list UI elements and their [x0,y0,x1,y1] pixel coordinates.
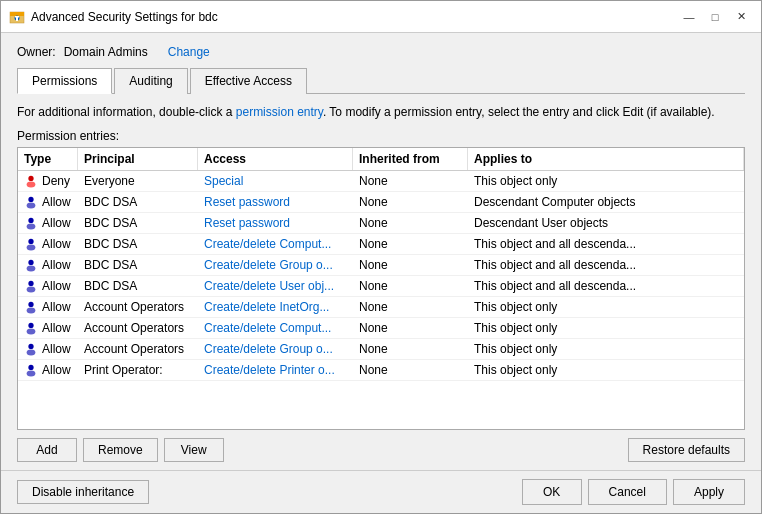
table-body[interactable]: DenyEveryoneSpecialNoneThis object only … [18,171,744,429]
apply-button[interactable]: Apply [673,479,745,505]
table-row[interactable]: AllowBDC DSACreate/delete User obj...Non… [18,276,744,297]
type-text: Allow [42,300,71,314]
cell-applies: This object and all descenda... [468,234,744,254]
cell-applies: Descendant Computer objects [468,192,744,212]
table-row[interactable]: AllowBDC DSAReset passwordNoneDescendant… [18,192,744,213]
info-text: For additional information, double-click… [17,104,745,121]
user-icon [24,237,38,251]
dialog-buttons: OK Cancel Apply [522,479,745,505]
type-text: Allow [42,216,71,230]
user-icon [24,321,38,335]
tab-permissions[interactable]: Permissions [17,68,112,94]
svg-point-13 [28,260,33,265]
cell-inherited: None [353,297,468,317]
tab-effective-access[interactable]: Effective Access [190,68,307,94]
change-owner-link[interactable]: Change [168,45,210,59]
table-row[interactable]: AllowPrint Operator:Create/delete Printe… [18,360,744,381]
col-principal: Principal [78,148,198,170]
cell-principal: Everyone [78,171,198,191]
cell-access: Create/delete Group o... [198,255,353,275]
svg-point-11 [28,239,33,244]
cell-type: Allow [18,192,78,212]
svg-point-18 [27,307,36,313]
svg-point-5 [28,176,33,181]
table-header: Type Principal Access Inherited from App… [18,148,744,171]
user-icon [24,363,38,377]
svg-point-19 [28,323,33,328]
minimize-button[interactable]: — [677,7,701,27]
cell-principal: BDC DSA [78,192,198,212]
type-text: Deny [42,174,70,188]
cell-access: Create/delete Comput... [198,318,353,338]
cell-inherited: None [353,339,468,359]
cell-applies: This object only [468,360,744,380]
table-row[interactable]: AllowAccount OperatorsCreate/delete Inet… [18,297,744,318]
cell-applies: Descendant User objects [468,213,744,233]
user-icon [24,258,38,272]
table-row[interactable]: AllowBDC DSAReset passwordNoneDescendant… [18,213,744,234]
bottom-bar: Disable inheritance OK Cancel Apply [1,470,761,513]
user-icon [24,342,38,356]
table-row[interactable]: AllowBDC DSACreate/delete Group o...None… [18,255,744,276]
cell-access: Create/delete Printer o... [198,360,353,380]
view-button[interactable]: View [164,438,224,462]
svg-point-10 [27,223,36,229]
cancel-button[interactable]: Cancel [588,479,667,505]
ok-button[interactable]: OK [522,479,582,505]
svg-point-22 [27,349,36,355]
svg-point-17 [28,302,33,307]
cell-inherited: None [353,234,468,254]
cell-inherited: None [353,255,468,275]
permission-entry-link[interactable]: permission entry [236,105,323,119]
table-row[interactable]: AllowAccount OperatorsCreate/delete Grou… [18,339,744,360]
svg-point-15 [28,281,33,286]
cell-type: Allow [18,234,78,254]
svg-point-9 [28,218,33,223]
main-content: Owner: Domain Admins Change Permissions … [1,33,761,470]
main-window: Advanced Security Settings for bdc — □ ✕… [0,0,762,514]
cell-access: Create/delete Group o... [198,339,353,359]
table-row[interactable]: DenyEveryoneSpecialNoneThis object only [18,171,744,192]
cell-applies: This object and all descenda... [468,276,744,296]
cell-access: Reset password [198,213,353,233]
svg-point-23 [28,365,33,370]
cell-access: Reset password [198,192,353,212]
restore-defaults-button[interactable]: Restore defaults [628,438,745,462]
type-text: Allow [42,342,71,356]
close-button[interactable]: ✕ [729,7,753,27]
cell-type: Allow [18,339,78,359]
col-type: Type [18,148,78,170]
remove-button[interactable]: Remove [83,438,158,462]
user-icon [24,300,38,314]
cell-inherited: None [353,276,468,296]
svg-rect-1 [10,12,24,16]
cell-type: Allow [18,213,78,233]
type-text: Allow [42,279,71,293]
table-row[interactable]: AllowBDC DSACreate/delete Comput...NoneT… [18,234,744,255]
cell-principal: BDC DSA [78,276,198,296]
cell-applies: This object and all descenda... [468,255,744,275]
cell-access: Create/delete User obj... [198,276,353,296]
table-actions-row: Add Remove View Restore defaults [17,438,745,462]
svg-point-7 [28,197,33,202]
tabs-bar: Permissions Auditing Effective Access [17,67,745,94]
cell-inherited: None [353,318,468,338]
type-text: Allow [42,195,71,209]
cell-type: Allow [18,360,78,380]
owner-row: Owner: Domain Admins Change [17,45,745,59]
cell-inherited: None [353,213,468,233]
cell-applies: This object only [468,318,744,338]
type-text: Allow [42,237,71,251]
table-row[interactable]: AllowAccount OperatorsCreate/delete Comp… [18,318,744,339]
title-bar: Advanced Security Settings for bdc — □ ✕ [1,1,761,33]
add-button[interactable]: Add [17,438,77,462]
permission-entries-label: Permission entries: [17,129,745,143]
cell-type: Allow [18,276,78,296]
cell-applies: This object only [468,171,744,191]
svg-point-16 [27,286,36,292]
maximize-button[interactable]: □ [703,7,727,27]
disable-inheritance-button[interactable]: Disable inheritance [17,480,149,504]
cell-access: Special [198,171,353,191]
svg-point-24 [27,370,36,376]
tab-auditing[interactable]: Auditing [114,68,187,94]
